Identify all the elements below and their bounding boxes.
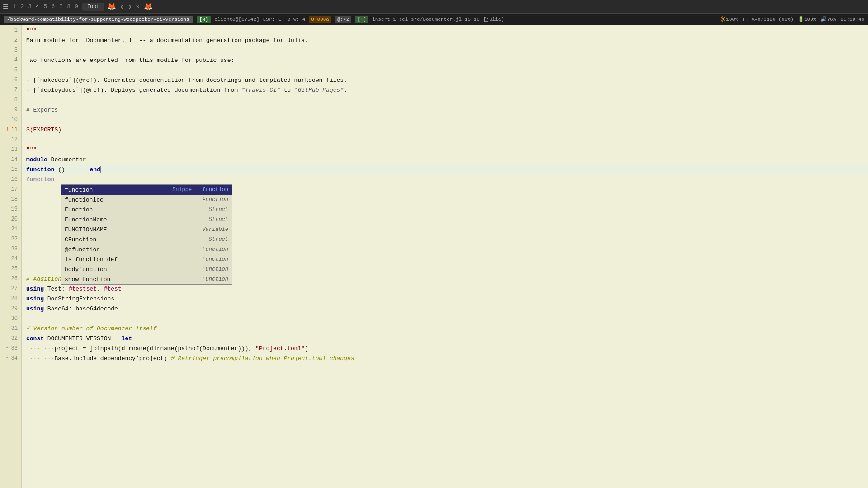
line-num-1: 1 [3,25,18,35]
code-line-12 [22,135,868,145]
insert-info: insert 1 sel src/Documenter.jl 15:16 [372,17,480,22]
ac-item-kind: Struct [209,216,228,223]
ac-item-name: function [65,187,93,193]
code-token: module [26,156,47,163]
line-num-27: 27 [3,284,18,294]
code-line-11: $(EXPORTS) [22,125,868,135]
brightness-indicator: 🔆100% [720,16,738,22]
volume-indicator: 🔊76% [821,16,836,22]
tab-4[interactable]: 4 [35,3,41,11]
tab-2[interactable]: 2 [19,3,25,11]
code-token: () [54,166,90,173]
ac-item-name: functionloc [65,197,104,203]
line-num-18: 18 [3,194,18,204]
firefox-icon[interactable]: 🦊 [107,2,116,11]
code-token: function [26,166,54,173]
tab-9[interactable]: 9 [74,3,80,11]
code-line-13: """ [22,145,868,155]
line-num-13: 13 [3,145,18,155]
code-token: Test: [44,286,69,292]
firefox-icon-2[interactable]: 🦊 [144,2,153,11]
menu-icon[interactable]: ☰ [3,3,9,10]
ac-item-name: bodyfunction [65,266,107,273]
ac-item-FunctionName[interactable]: FunctionName Struct [61,215,232,225]
line-num-33: ~33 [3,343,18,353]
code-token: @testset [69,286,97,292]
tab-7[interactable]: 7 [58,3,64,11]
line-num-25: 25 [3,264,18,274]
code-line-5 [22,65,868,75]
line-num-34: ~34 [3,353,18,363]
code-token: *GitHub Pages* [294,87,344,94]
line-num-29: 29 [3,304,18,314]
code-token: Base.include_dependency(project) [54,355,170,362]
ac-item-kind: Struct [209,236,228,243]
statusbar: /backward-compatibility-for-supporting-w… [0,14,868,25]
ac-item-CFunction[interactable]: CFunction Struct [61,235,232,244]
ac-item-name: FunctionName [65,216,107,223]
code-token: Base64: base64decode [44,305,118,312]
tab-5[interactable]: 5 [42,3,48,11]
code-line-27: using Test: @testset, @test [22,284,868,294]
ac-item-is_function_def[interactable]: is_function_def Function [61,254,232,264]
lsp-status: LSP: [263,17,275,22]
ac-item-show_function[interactable]: show_function Function [61,274,232,284]
code-token: @test [104,286,122,292]
code-token: Two functions are exported from this mod… [26,57,234,64]
code-token: *Travis-CI* [241,87,280,94]
line-num-21: 21 [3,224,18,234]
ac-item-cfunction[interactable]: @cfunction Function [61,244,232,254]
autocomplete-dropdown[interactable]: function Snippet function functionloc Fu… [61,184,232,285]
line-num-22: 22 [3,234,18,244]
code-line-9: # Exports [22,105,868,115]
ac-item-Function[interactable]: Function Struct [61,205,232,215]
ac-item-kind: Variable [202,226,228,233]
tab-1[interactable]: 1 [11,3,17,11]
code-token: $(EXPORTS) [26,127,61,133]
code-line-7: - [`deploydocs`](@ref). Deploys generate… [22,85,868,95]
line-num-9: 9 [3,105,18,115]
line-numbers: 1 2 3 4 5 6 7 8 9 10 !11 12 13 14 15 16 … [0,25,22,488]
code-line-29: using Base64: base64decode [22,304,868,314]
close-button[interactable]: ✕ [135,3,141,10]
code-token: to [280,87,294,94]
line-num-6: 6 [3,75,18,85]
code-line-8 [22,95,868,105]
code-token: using [26,286,44,292]
ac-item-function[interactable]: function Snippet function [61,185,232,195]
client-info: client0@[17542] [214,17,259,22]
code-line-34: ········Base.include_dependency(project)… [22,353,868,363]
line-num-23: 23 [3,244,18,254]
code-token: """ [26,27,37,34]
line-num-10: 10 [3,115,18,125]
line-num-17: 17 [3,184,18,194]
tab-3[interactable]: 3 [27,3,33,11]
file-tab[interactable]: foot [82,3,104,11]
back-button[interactable]: ❮ [119,3,125,10]
code-area[interactable]: """ Main module for `Documenter.jl` -- a… [22,25,868,488]
ac-item-functionloc[interactable]: functionloc Function [61,195,232,205]
code-token: - [`deploydocs`](@ref). Deploys generate… [26,87,241,94]
git-branch: /backward-compatibility-for-supporting-w… [4,16,193,23]
ac-item-kind: Function [202,266,228,272]
line-num-12: 12 [3,135,18,145]
line-num-24: 24 [3,254,18,264]
forward-button[interactable]: ❯ [127,3,133,10]
code-token: """ [26,146,37,153]
ac-item-FUNCTIONNAME[interactable]: FUNCTIONNAME Variable [61,225,232,235]
line-num-11: !11 [3,125,18,135]
tab-6[interactable]: 6 [50,3,56,11]
line-num-4: 4 [3,55,18,65]
code-token: DocStringExtensions [44,296,114,302]
line-num-31: 31 [3,324,18,333]
new-file-indicator: [+] [355,16,368,23]
code-dots: ········ [26,345,54,352]
line-num-28: 28 [3,294,18,304]
code-line-1: """ [22,25,868,35]
code-line-30 [22,314,868,324]
line-num-26: 26 [3,274,18,284]
ac-item-kind: Function [202,256,228,263]
tab-8[interactable]: 8 [66,3,71,11]
ac-item-bodyfunction[interactable]: bodyfunction Function [61,264,232,274]
code-line-32: const DOCUMENTER_VERSION = let [22,333,868,343]
